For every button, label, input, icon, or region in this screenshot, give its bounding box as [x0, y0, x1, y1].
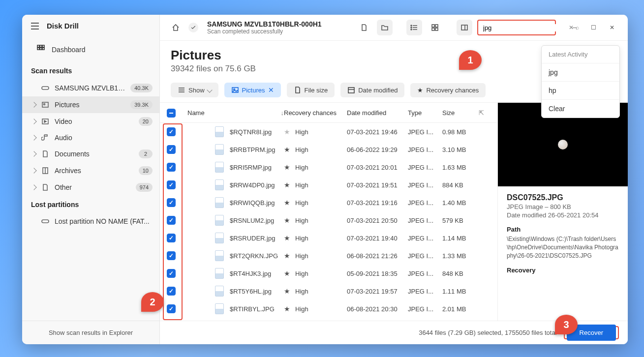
search-box[interactable]: ✕ ⌕	[477, 20, 556, 35]
file-list: Name ↓ Recovery chances Date modified Ty…	[160, 103, 497, 321]
star-icon: ★	[284, 252, 290, 260]
svg-rect-24	[461, 25, 467, 30]
step-badge-2: 2	[141, 292, 164, 312]
clear-search-icon[interactable]: ✕	[568, 23, 575, 32]
step-badge-1: 1	[459, 50, 482, 70]
chevron-right-icon	[31, 184, 36, 190]
row-checkbox[interactable]	[167, 216, 176, 225]
menu-icon[interactable]	[31, 23, 39, 30]
file-icon	[215, 268, 224, 279]
chevron-right-icon	[31, 102, 36, 107]
row-checkbox[interactable]	[167, 287, 176, 296]
table-row[interactable]: $RQTNR8I.jpg ★High 07-03-2021 19:46 JPEG…	[160, 123, 497, 141]
section-scan-results: Scan results	[22, 62, 159, 80]
category-icon	[41, 183, 50, 191]
star-icon: ★	[284, 269, 290, 277]
nav-dashboard[interactable]: Dashboard	[22, 40, 159, 59]
grid-icon	[37, 45, 45, 54]
show-in-explorer[interactable]: Show scan results in Explorer	[22, 321, 159, 344]
sidebar-item-audio[interactable]: Audio	[22, 130, 159, 146]
detail-filename: DSC07525.JPG	[507, 193, 619, 202]
sidebar-item-video[interactable]: Video 20	[22, 113, 159, 130]
table-row[interactable]: $RSRUDER.jpg ★High 07-03-2021 19:40 JPEG…	[160, 229, 497, 247]
col-name[interactable]: Name	[184, 109, 278, 117]
sidebar-item-documents[interactable]: Documents 2	[22, 146, 159, 162]
table-row[interactable]: $RT5Y6HL.jpg ★High 07-03-2021 19:57 JPEG…	[160, 282, 497, 300]
step-badge-3: 3	[555, 315, 578, 334]
svg-rect-2	[42, 45, 44, 47]
col-size[interactable]: Size	[442, 109, 479, 117]
pictures-filter[interactable]: Pictures ✕	[224, 83, 281, 97]
select-all-checkbox[interactable]	[167, 109, 176, 118]
search-input[interactable]	[481, 24, 568, 31]
row-checkbox[interactable]	[167, 163, 176, 172]
row-checkbox[interactable]	[167, 304, 176, 313]
table-row[interactable]: $RT2QRKN.JPG ★High 06-08-2021 21:26 JPEG…	[160, 247, 497, 265]
col-type[interactable]: Type	[408, 109, 442, 117]
table-row[interactable]: $RRWIQQB.jpg ★High 07-03-2021 19:16 JPEG…	[160, 194, 497, 211]
grid-view-icon[interactable]	[427, 20, 443, 35]
row-checkbox[interactable]	[167, 145, 176, 154]
table-row[interactable]: $RRW4DP0.jpg ★High 07-03-2021 19:51 JPEG…	[160, 176, 497, 194]
row-checkbox[interactable]	[167, 251, 176, 260]
file-icon	[215, 303, 224, 314]
sidebar-item-archives[interactable]: Archives 10	[22, 162, 159, 179]
svg-rect-23	[435, 28, 438, 30]
svg-rect-1	[40, 45, 42, 47]
category-icon	[41, 167, 50, 175]
row-checkbox[interactable]	[167, 234, 176, 242]
table-row[interactable]: $RSNLUM2.jpg ★High 07-03-2021 20:50 JPEG…	[160, 211, 497, 229]
svg-point-19	[411, 29, 412, 30]
main: SAMSUNG MZVLB1T0HBLR-000H1 Scan complete…	[160, 15, 628, 344]
table-row[interactable]: $RTIRBYL.JPG ★High 06-08-2021 20:30 JPEG…	[160, 300, 497, 318]
filesize-filter[interactable]: File size	[287, 83, 335, 97]
chevron-right-icon	[31, 119, 36, 124]
category-icon	[41, 101, 50, 109]
section-lost-partitions: Lost partitions	[22, 196, 159, 213]
row-checkbox[interactable]	[167, 127, 176, 136]
home-button[interactable]	[168, 20, 184, 35]
row-checkbox[interactable]	[167, 180, 176, 189]
drive-icon	[41, 84, 50, 92]
col-recovery[interactable]: Recovery chances	[284, 109, 347, 117]
svg-marker-10	[44, 120, 46, 122]
list-view-icon[interactable]	[406, 20, 422, 35]
sidebar-item-other[interactable]: Other 974	[22, 179, 159, 196]
panel-toggle-icon[interactable]	[457, 20, 472, 35]
search-icon[interactable]: ⌕	[575, 23, 580, 32]
star-icon: ★	[284, 305, 290, 313]
close-icon[interactable]: ✕	[268, 86, 274, 94]
history-item[interactable]: jpg	[542, 63, 619, 81]
svg-rect-20	[432, 25, 434, 27]
file-icon	[215, 233, 224, 243]
star-icon: ★	[417, 87, 423, 94]
lost-partition-item[interactable]: Lost partition NO NAME (FAT...	[22, 213, 159, 229]
history-item[interactable]: hp	[542, 81, 619, 99]
app-window: Disk Drill Dashboard Scan results SAMSUN…	[22, 15, 628, 344]
popout-icon[interactable]: ⇱	[479, 109, 491, 117]
table-row[interactable]: $RT4HJK3.jpg ★High 05-09-2021 18:35 JPEG…	[160, 265, 497, 282]
show-filter[interactable]: Show	[171, 83, 218, 97]
history-clear[interactable]: Clear	[542, 99, 619, 118]
image-icon	[231, 86, 239, 94]
star-icon: ★	[284, 163, 290, 171]
col-date[interactable]: Date modified	[347, 109, 408, 117]
table-row[interactable]: $RRBTPRM.jpg ★High 06-06-2022 19:29 JPEG…	[160, 141, 497, 158]
drive-item[interactable]: SAMSUNG MZVLB1T0... 40.3K	[22, 80, 159, 96]
table-row[interactable]: $RRI5RMP.jpg ★High 07-03-2021 20:01 JPEG…	[160, 158, 497, 176]
selection-status: 3644 files (7.29 GB) selected, 1755050 f…	[419, 329, 556, 336]
folder-view-icon[interactable]	[377, 20, 393, 35]
file-view-icon[interactable]	[356, 20, 372, 35]
row-checkbox[interactable]	[167, 269, 176, 278]
drive-info: SAMSUNG MZVLB1T0HBLR-000H1 Scan complete…	[207, 20, 351, 35]
detail-meta: JPEG Image – 800 KB	[507, 203, 619, 210]
file-icon	[215, 250, 224, 261]
close-button[interactable]: ✕	[604, 22, 620, 33]
app-title: Disk Drill	[47, 22, 79, 30]
date-filter[interactable]: Date modified	[340, 83, 404, 97]
maximize-button[interactable]: ☐	[585, 22, 601, 33]
row-checkbox[interactable]	[167, 198, 176, 207]
sidebar-item-pictures[interactable]: Pictures 39.3K	[22, 96, 159, 113]
recovery-filter[interactable]: ★ Recovery chances	[410, 83, 486, 97]
chevron-down-icon	[207, 87, 212, 92]
